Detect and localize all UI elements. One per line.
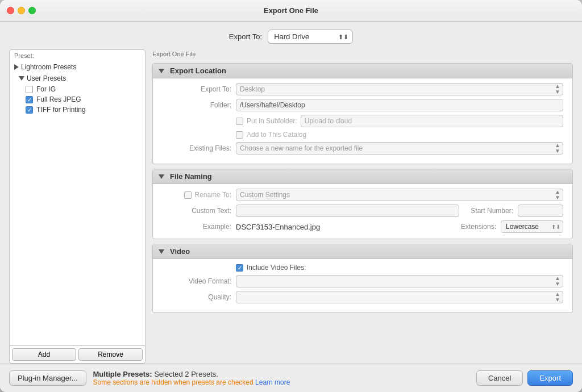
video-header[interactable]: Video [153, 244, 572, 259]
full-res-jpeg-checkbox[interactable]: ✓ [26, 96, 33, 103]
extensions-area: Extensions: Lowercase ⬆⬇ [461, 220, 563, 233]
export-to-select-wrapper[interactable]: Hard Drive ⬆⬇ [268, 30, 353, 44]
start-number-area: Start Number: [471, 205, 563, 217]
include-video-label: Include Video Files: [247, 264, 306, 272]
bottom-bar: Plug-in Manager... Multiple Presets: Sel… [0, 364, 582, 392]
footer-bold-text: Multiple Presets: [93, 370, 152, 378]
right-panel: Export One File Export Location Export T… [152, 49, 573, 364]
video-format-select-wrapper[interactable]: ▲▼ [236, 275, 563, 287]
export-location-export-to-label: Export To: [162, 85, 236, 93]
subfolder-label: Put in Subfolder: [247, 117, 297, 125]
footer-message-text: Selected 2 Presets. [152, 370, 218, 378]
for-ig-label: For IG [36, 85, 56, 93]
video-section: Video ✓ Include Video Files: Video Forma… [152, 244, 573, 313]
custom-text-row: Custom Text: Start Number: [162, 205, 563, 217]
extensions-select-wrapper[interactable]: Lowercase ⬆⬇ [501, 220, 563, 233]
folder-row: Folder: /Users/haftel/Desktop [162, 99, 563, 111]
export-location-title: Export Location [170, 66, 226, 75]
video-format-select[interactable] [236, 275, 563, 287]
close-button[interactable] [7, 7, 14, 14]
folder-value: /Users/haftel/Desktop [236, 99, 563, 111]
existing-files-select[interactable]: Choose a new name for the exported file [236, 142, 563, 155]
extensions-label: Extensions: [461, 223, 496, 231]
rename-checkbox[interactable] [184, 191, 192, 199]
collapse-icon [14, 64, 19, 70]
export-button[interactable]: Export [527, 370, 573, 386]
tiff-for-printing-label: TIFF for Printing [36, 106, 86, 114]
tiff-for-printing-checkbox[interactable]: ✓ [26, 106, 33, 114]
example-row: Example: DSCF3153-Enhanced.jpg Extension… [162, 220, 563, 233]
video-quality-row: Quality: ▲▼ [162, 291, 563, 303]
subfolder-input[interactable] [301, 115, 563, 127]
export-location-export-to-select-wrapper[interactable]: Desktop ▲▼ [236, 83, 563, 95]
existing-files-label: Existing Files: [162, 144, 236, 152]
footer-main-message: Multiple Presets: Selected 2 Presets. [93, 370, 469, 378]
start-number-input[interactable] [518, 205, 563, 217]
traffic-lights [7, 7, 36, 14]
sidebar-content: Lightroom Presets User Presets For IG ✓ [10, 60, 145, 345]
user-presets-label: User Presets [27, 74, 66, 82]
sidebar-item-lightroom-presets[interactable]: Lightroom Presets [10, 61, 145, 73]
example-value: DSCF3153-Enhanced.jpg [236, 223, 461, 231]
full-res-jpeg-label: Full Res JPEG [36, 95, 81, 103]
catalog-row: Add to This Catalog [162, 131, 563, 139]
sidebar-footer: Add Remove [10, 345, 145, 363]
export-to-label: Export To: [229, 32, 262, 41]
example-label: Example: [162, 223, 236, 231]
existing-files-select-wrapper[interactable]: Choose a new name for the exported file … [236, 142, 563, 155]
export-location-section: Export Location Export To: Desktop ▲▼ [152, 63, 573, 164]
remove-button[interactable]: Remove [78, 348, 143, 361]
rename-select[interactable]: Custom Settings [236, 189, 563, 201]
lightroom-presets-label: Lightroom Presets [21, 63, 76, 71]
video-body: ✓ Include Video Files: Video Format: ▲▼ [153, 259, 572, 312]
right-panel-label: Export One File [152, 49, 573, 59]
video-format-row: Video Format: ▲▼ [162, 275, 563, 287]
sidebar: Preset: Lightroom Presets User Presets [9, 49, 146, 364]
video-quality-select-wrapper[interactable]: ▲▼ [236, 291, 563, 303]
video-quality-select[interactable] [236, 291, 563, 303]
minimize-button[interactable] [18, 7, 25, 14]
for-ig-checkbox[interactable] [26, 86, 33, 93]
include-video-row: ✓ Include Video Files: [162, 264, 563, 272]
extensions-select[interactable]: Lowercase [501, 220, 563, 233]
subfolder-checkbox[interactable] [236, 118, 243, 125]
export-location-header[interactable]: Export Location [153, 64, 572, 78]
cancel-button[interactable]: Cancel [476, 370, 523, 386]
export-to-select[interactable]: Hard Drive [268, 30, 353, 44]
rename-row: Rename To: Custom Settings ▲▼ [162, 189, 563, 201]
footer-warning-text: Some sections are hidden when presets ar… [93, 378, 253, 386]
folder-label: Folder: [162, 101, 236, 109]
sidebar-item-user-presets[interactable]: User Presets [10, 73, 145, 84]
video-title: Video [170, 247, 190, 256]
add-button[interactable]: Add [12, 348, 76, 361]
footer-message: Multiple Presets: Selected 2 Presets. So… [93, 370, 469, 386]
custom-text-input[interactable] [236, 205, 459, 217]
sidebar-item-tiff-for-printing[interactable]: ✓ TIFF for Printing [10, 105, 145, 115]
plugin-manager-button[interactable]: Plug-in Manager... [9, 370, 86, 386]
existing-files-row: Existing Files: Choose a new name for th… [162, 142, 563, 155]
video-format-label: Video Format: [162, 277, 236, 285]
sidebar-item-full-res-jpeg[interactable]: ✓ Full Res JPEG [10, 94, 145, 105]
video-quality-label: Quality: [162, 293, 236, 301]
include-video-checkbox[interactable]: ✓ [236, 264, 243, 272]
file-naming-header[interactable]: File Naming [153, 169, 572, 184]
start-number-label: Start Number: [471, 207, 513, 215]
rename-select-wrapper[interactable]: Custom Settings ▲▼ [236, 189, 563, 201]
subfolder-row: Put in Subfolder: [162, 115, 563, 127]
footer-buttons: Cancel Export [476, 370, 573, 386]
file-naming-section: File Naming Rename To: Custom Settings [152, 169, 573, 239]
footer-warning: Some sections are hidden when presets ar… [93, 378, 469, 386]
export-to-row: Export To: Hard Drive ⬆⬇ [0, 22, 582, 49]
main-window: Export One File Export To: Hard Drive ⬆⬇… [0, 0, 582, 392]
main-area: Preset: Lightroom Presets User Presets [0, 49, 582, 364]
maximize-button[interactable] [28, 7, 36, 14]
export-location-body: Export To: Desktop ▲▼ Folder: /User [153, 78, 572, 164]
export-location-export-to-select[interactable]: Desktop [236, 83, 563, 95]
window-title: Export One File [264, 6, 318, 15]
catalog-label: Add to This Catalog [247, 131, 306, 139]
learn-more-link[interactable]: Learn more [255, 378, 290, 386]
catalog-checkbox[interactable] [236, 131, 243, 139]
export-location-toggle-icon [159, 69, 164, 73]
sidebar-item-for-ig[interactable]: For IG [10, 84, 145, 94]
file-naming-title: File Naming [170, 172, 212, 181]
